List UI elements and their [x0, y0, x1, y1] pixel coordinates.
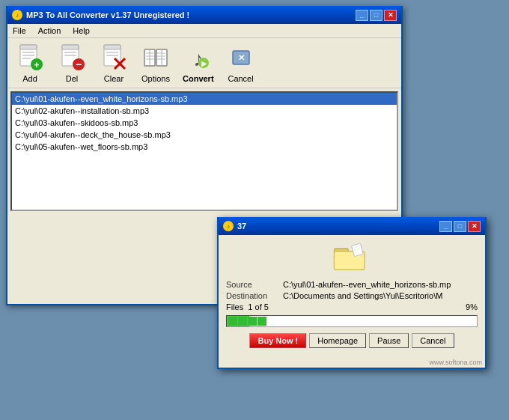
- toolbar: + Add − Del: [7, 38, 401, 88]
- destination-label: Destination: [226, 291, 278, 300]
- convert-button[interactable]: ♪ ▶ Convert: [180, 41, 217, 85]
- progress-bar-container: [226, 315, 478, 327]
- file-item-3[interactable]: C:\yul\04-akufen--deck_the_house-sb.mp3: [12, 129, 397, 141]
- destination-value: C:\Documents and Settings\Yul\Escritorio…: [283, 291, 478, 300]
- clear-button[interactable]: Clear: [96, 41, 132, 85]
- action-buttons: Buy Now ! Homepage Pause Cancel: [226, 333, 478, 353]
- destination-row: Destination C:\Documents and Settings\Yu…: [226, 291, 478, 300]
- buy-now-button[interactable]: Buy Now !: [249, 333, 306, 348]
- options-button[interactable]: Options: [138, 41, 174, 85]
- svg-rect-14: [104, 45, 121, 49]
- folder-icon: [332, 241, 372, 274]
- svg-rect-8: [62, 45, 79, 49]
- file-item-0[interactable]: C:\yul\01-akufen--even_white_horizons-sb…: [12, 93, 397, 105]
- file-item-4[interactable]: C:\yul\05-akufen--wet_floors-sb.mp3: [12, 141, 397, 153]
- file-item-1[interactable]: C:\yul\02-akufen--installation-sb.mp3: [12, 105, 397, 117]
- main-title-bar: ♪ MP3 To All Converter v1.37 Unregistere…: [7, 6, 401, 24]
- progress-close-button[interactable]: ✕: [468, 221, 481, 232]
- progress-block-3: [248, 317, 257, 326]
- del-label: Del: [66, 74, 79, 83]
- progress-cancel-button[interactable]: Cancel: [412, 333, 454, 348]
- pause-button[interactable]: Pause: [369, 333, 409, 348]
- progress-maximize-button[interactable]: □: [454, 221, 466, 232]
- progress-title-buttons: _ □ ✕: [439, 221, 481, 232]
- svg-text:✕: ✕: [237, 53, 244, 62]
- file-list[interactable]: C:\yul\01-akufen--even_white_horizons-sb…: [10, 91, 398, 211]
- cancel-label: Cancel: [228, 74, 253, 83]
- files-row: Files 1 of 5 9%: [226, 302, 478, 311]
- progress-block-1: [228, 317, 237, 326]
- main-window-title: MP3 To All Converter v1.37 Unregistered …: [26, 10, 189, 19]
- cancel-icon: ✕: [226, 43, 256, 73]
- minimize-button[interactable]: _: [356, 10, 368, 21]
- svg-text:−: −: [76, 58, 82, 70]
- options-icon: [141, 43, 171, 73]
- add-icon: +: [15, 43, 45, 73]
- svg-rect-1: [20, 45, 37, 49]
- title-bar-left: ♪ MP3 To All Converter v1.37 Unregistere…: [12, 10, 189, 20]
- app-icon: ♪: [12, 10, 22, 20]
- watermark: www.softona.com: [219, 359, 485, 368]
- add-button[interactable]: + Add: [12, 41, 48, 85]
- menu-file[interactable]: File: [10, 25, 28, 36]
- progress-title-left: ♪ 37: [223, 221, 246, 231]
- title-buttons: _ □ ✕: [356, 10, 397, 21]
- source-label: Source: [226, 280, 278, 289]
- homepage-button[interactable]: Homepage: [309, 333, 366, 348]
- source-value: C:\yul\01-akufen--even_white_horizons-sb…: [283, 280, 478, 289]
- files-label: Files 1 of 5: [226, 302, 269, 311]
- del-button[interactable]: − Del: [54, 41, 90, 85]
- progress-app-icon: ♪: [223, 221, 234, 231]
- progress-bar-blocks: [228, 316, 266, 326]
- progress-minimize-button[interactable]: _: [439, 221, 452, 232]
- progress-bar-fill: [227, 316, 249, 326]
- menu-bar: File Action Help: [7, 24, 401, 38]
- clear-label: Clear: [104, 74, 124, 83]
- convert-label: Convert: [183, 74, 214, 83]
- maximize-button[interactable]: □: [370, 10, 382, 21]
- add-label: Add: [22, 74, 37, 83]
- progress-window: ♪ 37 _ □ ✕ Source C:\yul\0: [217, 217, 487, 369]
- menu-help[interactable]: Help: [70, 25, 92, 36]
- cancel-toolbar-button[interactable]: ✕ Cancel: [223, 41, 259, 85]
- menu-action[interactable]: Action: [36, 25, 64, 36]
- file-item-2[interactable]: C:\yul\03-akufen--skidoos-sb.mp3: [12, 117, 397, 129]
- percent-value: 9%: [466, 302, 478, 311]
- clear-icon: [99, 43, 129, 73]
- progress-title-bar: ♪ 37 _ □ ✕: [219, 217, 485, 235]
- progress-block-4: [257, 317, 266, 326]
- svg-text:+: +: [34, 60, 39, 70]
- progress-block-2: [238, 317, 247, 326]
- source-row: Source C:\yul\01-akufen--even_white_hori…: [226, 280, 478, 289]
- del-icon: −: [57, 43, 87, 73]
- svg-text:▶: ▶: [201, 60, 207, 67]
- progress-window-title: 37: [237, 222, 246, 231]
- options-label: Options: [141, 74, 170, 83]
- close-button[interactable]: ✕: [384, 10, 397, 21]
- progress-body: Source C:\yul\01-akufen--even_white_hori…: [219, 235, 485, 359]
- folder-icon-area: [226, 241, 478, 274]
- convert-icon: ♪ ▶: [183, 43, 213, 73]
